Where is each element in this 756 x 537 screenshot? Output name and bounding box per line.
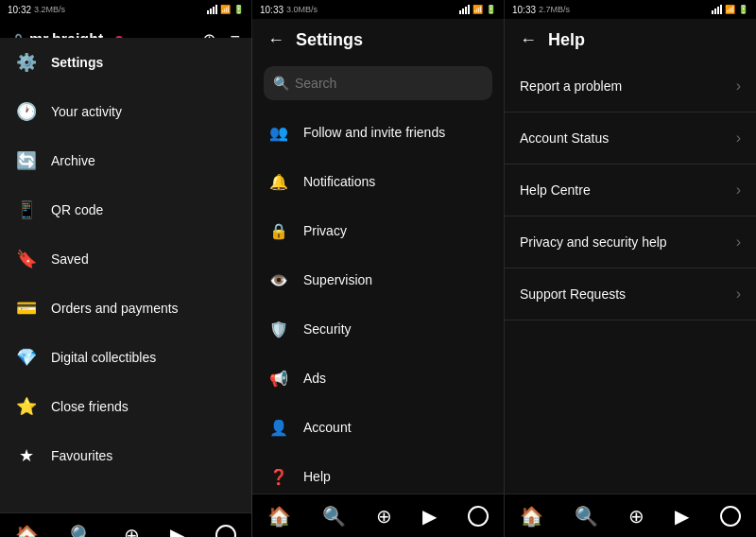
signal-icon [207,5,217,14]
settings-wifi-icon: 📶 [472,5,483,14]
qr-icon: 📱 [15,199,38,221]
drawer-item-archive[interactable]: 🔄 Archive [0,136,251,185]
help-settings-icon: ❓ [267,465,290,488]
settings-panel: ← Settings 🔍 👥 Follow and invite friends… [252,19,505,537]
drawer-activity-label: Your activity [51,104,122,119]
help-item-help-centre[interactable]: Help Centre › [505,165,756,217]
drawer-item-saved[interactable]: 🔖 Saved [0,234,251,284]
drawer-archive-label: Archive [51,153,95,168]
account-status-chevron-icon: › [736,130,741,147]
home-nav-icon[interactable]: 🏠 [15,524,39,538]
help-data-speed: 2.7MB/s [539,5,570,14]
follow-label: Follow and invite friends [303,125,445,140]
favourites-icon: ★ [15,444,38,467]
supervision-icon: 👁️ [267,268,290,291]
help-settings-label: Help [303,469,331,484]
settings-item-follow[interactable]: 👥 Follow and invite friends [252,108,504,157]
ads-icon: 📢 [267,367,290,390]
settings-list: 👥 Follow and invite friends 🔔 Notificati… [252,108,504,494]
collectibles-icon: 💎 [15,346,38,369]
drawer-item-qr[interactable]: 📱 QR code [0,185,251,234]
help-item-report[interactable]: Report a problem › [505,61,756,113]
drawer-close-friends-label: Close friends [51,399,129,414]
help-back-button[interactable]: ← [520,30,537,50]
wifi-icon: 📶 [220,5,231,14]
settings-item-supervision[interactable]: 👁️ Supervision [252,255,504,304]
settings-profile-nav[interactable] [468,506,489,527]
drawer-item-close-friends[interactable]: ⭐ Close friends [0,382,251,431]
settings-item-account[interactable]: 👤 Account [252,403,504,452]
drawer-saved-label: Saved [51,251,89,267]
report-chevron-icon: › [736,78,741,95]
settings-add-nav[interactable]: ⊕ [376,505,392,528]
help-time: 10:33 [512,5,536,15]
help-wifi-icon: 📶 [725,5,735,14]
add-nav-icon[interactable]: ⊕ [124,524,140,538]
settings-item-notifications[interactable]: 🔔 Notifications [252,157,504,206]
profile-time: 10:32 [8,5,31,15]
settings-back-button[interactable]: ← [267,30,284,50]
drawer-menu: ⚙️ Settings 🕐 Your activity 🔄 Archive 📱 … [0,38,252,537]
search-nav-icon[interactable]: 🔍 [70,524,94,538]
notifications-label: Notifications [303,174,375,189]
report-label: Report a problem [520,78,622,94]
follow-icon: 👥 [267,121,290,144]
search-box[interactable]: 🔍 [264,66,492,100]
supervision-label: Supervision [303,272,372,287]
drawer-item-settings[interactable]: ⚙️ Settings [0,38,251,87]
help-reels-nav[interactable]: ▶ [675,505,689,528]
drawer-item-collectibles[interactable]: 💎 Digital collectibles [0,333,251,382]
settings-status-bar: 10:33 3.0MB/s 📶 🔋 [252,0,505,19]
support-requests-label: Support Requests [520,286,626,302]
notifications-icon: 🔔 [267,170,290,193]
settings-battery-icon: 🔋 [486,5,496,14]
help-profile-nav[interactable] [720,506,741,527]
close-friends-icon: ⭐ [15,395,38,418]
drawer-settings-label: Settings [51,55,103,70]
help-item-account-status[interactable]: Account Status › [505,113,756,165]
help-search-nav[interactable]: 🔍 [575,505,598,528]
profile-status-bar: 10:32 3.2MB/s 📶 🔋 [0,0,252,19]
settings-time: 10:33 [260,5,284,15]
drawer-favourites-label: Favourites [51,448,112,463]
settings-item-help[interactable]: ❓ Help [252,452,504,494]
archive-icon: 🔄 [15,149,38,172]
profile-nav-icon[interactable] [215,525,236,538]
security-icon: 🛡️ [267,318,290,340]
account-label: Account [303,420,352,435]
settings-item-privacy[interactable]: 🔒 Privacy [252,206,504,255]
help-item-privacy-security[interactable]: Privacy and security help › [505,217,756,268]
search-icon: 🔍 [273,76,289,91]
help-item-support-requests[interactable]: Support Requests › [505,268,756,320]
settings-search-nav[interactable]: 🔍 [322,505,346,528]
settings-drawer-icon: ⚙️ [15,51,38,74]
drawer-item-favourites[interactable]: ★ Favourites [0,431,251,480]
support-requests-chevron-icon: › [736,286,741,303]
settings-item-security[interactable]: 🛡️ Security [252,304,504,354]
help-panel: ← Help Report a problem › Account Status… [505,19,756,537]
settings-title: Settings [296,30,363,50]
orders-icon: 💳 [15,297,38,320]
help-battery-icon: 🔋 [738,5,748,14]
privacy-icon: 🔒 [267,219,290,242]
help-header: ← Help [505,19,756,61]
help-signal-icon [712,5,722,14]
profile-data-speed: 3.2MB/s [34,5,65,14]
help-centre-label: Help Centre [520,182,591,198]
profile-bottom-nav: 🏠 🔍 ⊕ ▶ [0,512,251,537]
activity-icon: 🕐 [15,100,38,123]
settings-item-ads[interactable]: 📢 Ads [252,354,504,403]
drawer-item-activity[interactable]: 🕐 Your activity [0,87,251,136]
settings-bottom-nav: 🏠 🔍 ⊕ ▶ [252,494,504,537]
drawer-collectibles-label: Digital collectibles [51,350,156,365]
reels-nav-icon[interactable]: ▶ [170,524,184,538]
search-input[interactable] [295,76,483,91]
drawer-item-orders[interactable]: 💳 Orders and payments [0,284,251,333]
help-home-nav[interactable]: 🏠 [520,505,543,528]
help-add-nav[interactable]: ⊕ [628,505,644,528]
account-icon: 👤 [267,416,290,439]
help-bottom-nav: 🏠 🔍 ⊕ ▶ [505,494,756,537]
settings-reels-nav[interactable]: ▶ [422,505,437,528]
settings-home-nav[interactable]: 🏠 [267,505,291,528]
account-status-label: Account Status [520,130,609,146]
